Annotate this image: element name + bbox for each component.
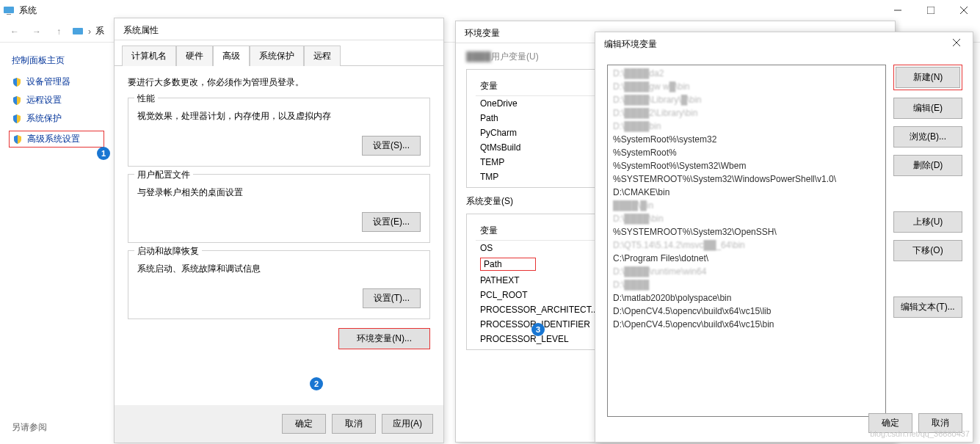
path-item[interactable]: %SystemRoot%\system32 — [609, 133, 884, 146]
perf-settings-button[interactable]: 设置(S)... — [362, 136, 421, 156]
envvar-button[interactable]: 环境变量(N)... — [338, 328, 430, 349]
marker-3: 3 — [531, 323, 545, 336]
editpath-close-button[interactable] — [940, 32, 973, 53]
minimize-button[interactable] — [881, 0, 914, 21]
sidebar-item-advanced[interactable]: 高级系统设置 — [12, 133, 101, 145]
sysprop-intro: 要进行大多数更改，你必须作为管理员登录。 — [128, 76, 430, 89]
close-button[interactable] — [947, 0, 980, 21]
svg-rect-3 — [927, 7, 934, 14]
delete-button[interactable]: 删除(D) — [893, 155, 962, 176]
sysprop-ok-button[interactable]: 确定 — [282, 414, 326, 434]
path-item[interactable]: D:\matlab2020b\polyspace\bin — [609, 291, 884, 305]
path-item[interactable]: D:\████gw w█\bin — [609, 80, 884, 93]
shield-icon — [12, 95, 22, 106]
tab-advanced[interactable]: 高级 — [213, 46, 250, 66]
perf-desc: 视觉效果，处理器计划，内存使用，以及虚拟内存 — [137, 110, 421, 123]
svg-rect-6 — [73, 28, 83, 34]
path-item[interactable]: D:\████da2 — [609, 67, 884, 80]
sidebar-item-label: 系统保护 — [26, 112, 62, 125]
tab-hardware[interactable]: 硬件 — [176, 46, 213, 66]
sysprop-title: 系统属性 — [115, 18, 443, 40]
sysprop-tabs: 计算机名 硬件 高级 系统保护 远程 — [115, 40, 443, 65]
path-item[interactable]: D:\████ — [609, 278, 884, 291]
sidebar-heading: 控制面板主页 — [12, 54, 104, 67]
path-item[interactable]: D:\OpenCV4.5\opencv\build\x64\vc15\lib — [609, 305, 884, 318]
path-item[interactable]: ████\█in — [609, 199, 884, 212]
browse-button[interactable]: 浏览(B)... — [893, 126, 962, 148]
path-item[interactable]: D:\QT5.14\5.14.2\msvc██_64\bin — [609, 239, 884, 252]
shield-icon — [12, 77, 22, 87]
path-item[interactable]: %SystemRoot%\System32\Wbem — [609, 159, 884, 172]
sidebar: 控制面板主页 设备管理器 远程设置 系统保护 高级系统设置 另请参阅 — [0, 43, 110, 159]
profile-desc: 与登录帐户相关的桌面设置 — [137, 186, 421, 199]
forward-button[interactable]: → — [28, 23, 46, 40]
path-item[interactable]: C:\Program Files\dotnet\ — [609, 252, 884, 265]
svg-rect-1 — [7, 14, 11, 15]
sidebar-item-device-manager[interactable]: 设备管理器 — [12, 76, 104, 88]
moveup-button[interactable]: 上移(U) — [893, 211, 962, 233]
back-button[interactable]: ← — [6, 23, 23, 40]
edittext-button[interactable]: 编辑文本(T)... — [893, 296, 962, 318]
sidebar-item-label: 高级系统设置 — [27, 133, 80, 145]
tab-remote[interactable]: 远程 — [304, 46, 341, 66]
path-item[interactable]: D:\OpenCV4.5\opencv\build\x64\vc15\bin — [609, 318, 884, 331]
address-sep: › — [88, 26, 91, 37]
sidebar-item-protection[interactable]: 系统保护 — [12, 112, 104, 125]
shield-icon — [12, 134, 23, 145]
sysprop-cancel-button[interactable]: 取消 — [332, 414, 376, 434]
movedown-button[interactable]: 下移(O) — [893, 240, 962, 261]
startup-settings-button[interactable]: 设置(T)... — [363, 288, 421, 308]
startup-desc: 系统启动、系统故障和调试信息 — [137, 263, 421, 275]
path-item[interactable]: %SystemRoot% — [609, 146, 884, 159]
svg-rect-0 — [4, 7, 14, 13]
path-item[interactable]: D:\████\runtime\win64 — [609, 265, 884, 278]
path-item[interactable]: D:\████\Library\█\bin — [609, 93, 884, 106]
sysprop-apply-button[interactable]: 应用(A) — [382, 414, 433, 434]
tab-computer-name[interactable]: 计算机名 — [122, 46, 176, 66]
tab-protection[interactable]: 系统保护 — [250, 46, 304, 66]
performance-group: 性能 视觉效果，处理器计划，内存使用，以及虚拟内存 设置(S)... — [128, 98, 430, 167]
sys-title: 系统 — [19, 4, 37, 17]
path-item[interactable]: %SYSTEMROOT%\System32\WindowsPowerShell\… — [609, 172, 884, 186]
system-icon — [3, 4, 15, 16]
marker-2: 2 — [310, 377, 323, 390]
sidebar-item-remote[interactable]: 远程设置 — [12, 94, 104, 106]
startup-title: 启动和故障恢复 — [134, 245, 202, 258]
startup-group: 启动和故障恢复 系统启动、系统故障和调试信息 设置(T)... — [128, 250, 430, 319]
watermark: blog.csdn.net/qq_36680437 — [870, 429, 970, 438]
editpath-title: 编辑环境变量 — [595, 32, 973, 54]
address-icon — [72, 26, 84, 37]
edit-button[interactable]: 编辑(E) — [893, 98, 962, 119]
address-text: 系 — [95, 25, 104, 37]
path-item[interactable]: D:\████\bin — [609, 212, 884, 225]
path-item[interactable]: D:\CMAKE\bin — [609, 186, 884, 199]
perf-title: 性能 — [134, 92, 158, 105]
profile-title: 用户配置文件 — [134, 169, 193, 181]
shield-icon — [12, 114, 22, 124]
path-item[interactable]: D:\████2\Library\bin — [609, 106, 884, 120]
profile-settings-button[interactable]: 设置(E)... — [362, 212, 421, 232]
new-button[interactable]: 新建(N) — [896, 67, 960, 88]
sidebar-item-label: 远程设置 — [26, 94, 62, 106]
profile-group: 用户配置文件 与登录帐户相关的桌面设置 设置(E)... — [128, 174, 430, 243]
edit-envvar-dialog: 编辑环境变量 D:\████da2D:\████gw w█\binD:\████… — [595, 32, 973, 443]
path-item[interactable]: D:\████bin — [609, 120, 884, 133]
sidebar-item-label: 设备管理器 — [26, 76, 70, 88]
up-button[interactable]: ↑ — [50, 23, 68, 40]
path-item[interactable]: %SYSTEMROOT%\System32\OpenSSH\ — [609, 225, 884, 239]
system-properties-dialog: 系统属性 计算机名 硬件 高级 系统保护 远程 要进行大多数更改，你必须作为管理… — [114, 18, 444, 443]
marker-1: 1 — [97, 147, 110, 160]
maximize-button[interactable] — [914, 0, 947, 21]
path-list[interactable]: D:\████da2D:\████gw w█\binD:\████\Librar… — [607, 65, 886, 417]
sidebar-footer: 另请参阅 — [12, 421, 47, 434]
